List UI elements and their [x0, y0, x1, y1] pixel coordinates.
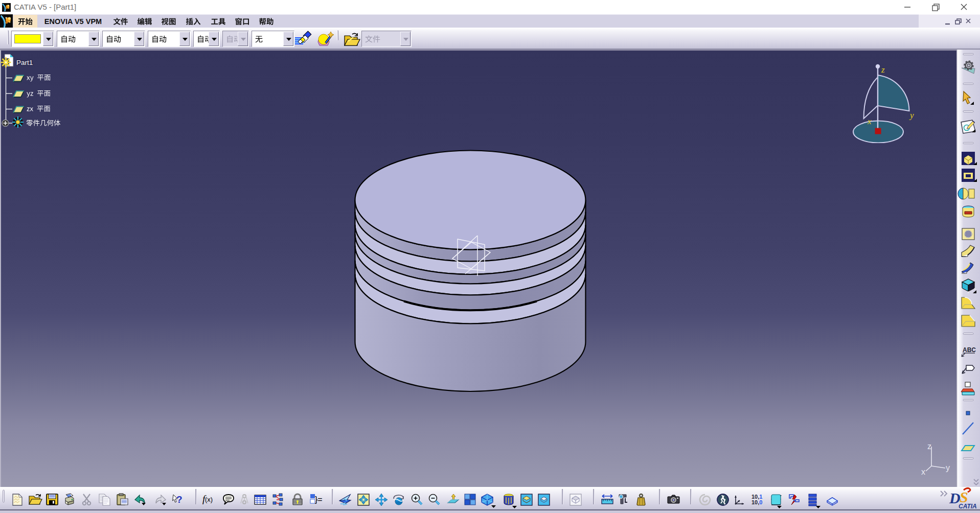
svg-text:10,0: 10,0 — [751, 499, 762, 505]
svg-text:x: x — [867, 116, 872, 126]
svg-text:ABC: ABC — [963, 346, 976, 354]
svg-text:?: ? — [176, 494, 183, 505]
svg-text:(x): (x) — [205, 496, 213, 503]
svg-text:CATIA: CATIA — [959, 503, 977, 509]
svg-text:y: y — [946, 463, 950, 472]
svg-text:z: z — [927, 442, 931, 451]
svg-text:y: y — [909, 110, 914, 120]
svg-text:}=: }= — [315, 495, 323, 504]
svg-text:z: z — [881, 65, 885, 75]
svg-text:x: x — [921, 468, 925, 476]
